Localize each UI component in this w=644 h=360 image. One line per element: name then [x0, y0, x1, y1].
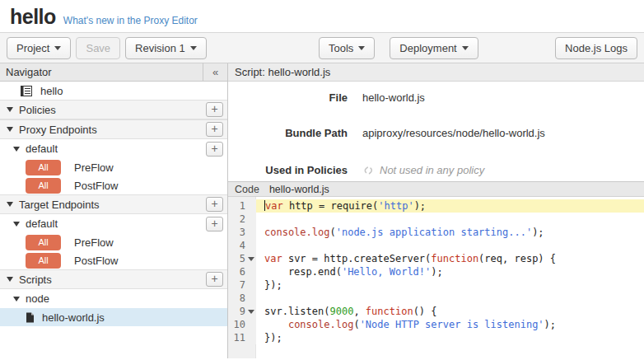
nav-row-node[interactable]: node [0, 289, 227, 308]
navigator-title: Navigator [0, 66, 203, 78]
line-number: 2 [228, 213, 256, 226]
script-detail-area: File hello-world.js Bundle Path apiproxy… [228, 82, 644, 181]
nav-row-default[interactable]: default+ [0, 139, 227, 158]
nav-row-label: Proxy Endpoints [19, 124, 97, 136]
collapse-sidebar-button[interactable]: « [203, 63, 227, 82]
nodejs-logs-button[interactable]: Node.js Logs [555, 37, 637, 59]
nav-row-postflow[interactable]: AllPostFlow [0, 251, 227, 269]
nav-row-label: Target Endpoints [19, 199, 100, 211]
nav-row-proxy-endpoints[interactable]: Proxy Endpoints+ [0, 119, 227, 139]
line-number: 4 [228, 239, 256, 252]
add-button[interactable]: + [206, 272, 223, 287]
line-number: 3 [228, 226, 256, 239]
chevron-down-icon [462, 46, 469, 50]
code-line-6[interactable]: 6 resp.end('Hello, World!'); [228, 265, 644, 278]
nav-row-postflow[interactable]: AllPostFlow [0, 176, 227, 194]
code-text: var http = require('http'); [256, 199, 644, 213]
code-line-3[interactable]: 3console.log('node.js application starti… [228, 226, 644, 239]
code-token: 'Node HTTP server is listening' [360, 319, 544, 330]
nav-row-hello-world-js[interactable]: hello-world.js [0, 308, 227, 326]
fold-caret-icon[interactable] [248, 310, 254, 314]
caret-down-icon[interactable] [7, 127, 13, 132]
code-line-2[interactable]: 2 [228, 213, 644, 226]
used-in-policies-text: Not used in any policy [380, 164, 484, 176]
caret-down-icon[interactable] [13, 297, 20, 302]
line-number: 10 [228, 318, 256, 331]
code-token: 'Hello, World!' [342, 266, 431, 278]
code-panel-label: Code [228, 184, 259, 195]
nav-row-policies[interactable]: Policies+ [0, 100, 227, 119]
bundle-path-field-row: Bundle Path apiproxy/resources/node/hell… [228, 127, 644, 139]
add-button[interactable]: + [206, 197, 223, 212]
save-button-label: Save [86, 42, 110, 54]
toolbar-left-group: Project Save Revision 1 [7, 33, 207, 59]
fold-caret-icon[interactable] [248, 257, 254, 261]
code-token: }); [264, 332, 282, 344]
file-icon [26, 312, 35, 323]
toolbar-middle-group: Tools Deployment [319, 33, 478, 59]
line-number: 7 [228, 278, 256, 292]
code-text: }); [256, 331, 644, 344]
nav-row-default[interactable]: default+ [0, 214, 227, 233]
code-token: (req, resp) { [478, 253, 556, 264]
code-line-10[interactable]: 10 console.log('Node HTTP server is list… [228, 318, 644, 331]
deployment-menu-button[interactable]: Deployment [390, 37, 478, 59]
code-line-11[interactable]: 11}); [228, 331, 644, 344]
code-token [264, 319, 288, 330]
code-line-1[interactable]: 1var http = require('http'); [228, 199, 644, 213]
code-line-4[interactable]: 4 [228, 239, 644, 252]
revision-menu-label: Revision 1 [135, 42, 185, 54]
script-panel-title: Script: hello-world.js [235, 66, 330, 78]
save-button[interactable]: Save [76, 37, 120, 59]
caret-down-icon[interactable] [13, 147, 20, 152]
code-token: svr = http.createServer( [282, 253, 432, 264]
toolbar-right-group: Node.js Logs [555, 33, 637, 59]
nav-row-label: Policies [19, 104, 56, 116]
caret-down-icon[interactable] [7, 107, 13, 112]
whats-new-link[interactable]: What's new in the Proxy Editor [63, 15, 198, 26]
code-text [256, 239, 644, 252]
file-field-value: hello-world.js [362, 91, 425, 104]
code-editor[interactable]: 1var http = require('http');23console.lo… [228, 197, 644, 358]
caret-down-icon[interactable] [7, 277, 13, 282]
nav-row-label: PreFlow [74, 236, 114, 249]
code-token: () { [413, 306, 437, 317]
revision-menu-button[interactable]: Revision 1 [125, 37, 207, 59]
code-token: console.log [264, 227, 329, 238]
nav-row-scripts[interactable]: Scripts+ [0, 269, 227, 289]
code-token: var [265, 200, 283, 212]
tools-menu-label: Tools [329, 42, 353, 54]
code-token: console.log [288, 319, 353, 330]
nav-row-preflow[interactable]: AllPreFlow [0, 233, 227, 251]
nav-row-label: PreFlow [74, 161, 114, 174]
broken-link-icon [362, 165, 375, 176]
chevron-down-icon [54, 46, 61, 50]
add-button[interactable]: + [206, 122, 223, 137]
add-button[interactable]: + [206, 102, 223, 117]
code-token: ); [431, 266, 442, 278]
code-text: console.log('node.js application startin… [256, 226, 644, 239]
nav-row-label: node [26, 292, 49, 305]
used-in-policies-label: Used in Policies [228, 164, 348, 176]
nav-row-label: PostFlow [74, 255, 118, 267]
nav-row-label: PostFlow [74, 180, 118, 192]
add-button[interactable]: + [206, 217, 223, 231]
code-token: var [264, 253, 282, 264]
nav-row-preflow[interactable]: AllPreFlow [0, 158, 227, 176]
tools-menu-button[interactable]: Tools [319, 37, 375, 59]
code-line-5[interactable]: 5var svr = http.createServer(function(re… [228, 252, 644, 265]
used-in-policies-value: Not used in any policy [362, 164, 484, 176]
add-button[interactable]: + [206, 142, 223, 157]
code-line-8[interactable]: 8 [228, 292, 644, 305]
code-line-9[interactable]: 9svr.listen(9000, function() { [228, 305, 644, 318]
code-line-7[interactable]: 7}); [228, 278, 644, 292]
toolbar: Project Save Revision 1 Tools Deployment… [0, 32, 644, 63]
nav-row-target-endpoints[interactable]: Target Endpoints+ [0, 194, 227, 214]
caret-down-icon[interactable] [13, 222, 20, 227]
caret-down-icon[interactable] [7, 202, 13, 207]
nav-row-hello[interactable]: hello [0, 82, 227, 100]
project-menu-button[interactable]: Project [7, 37, 71, 59]
code-token: resp.end( [264, 266, 342, 278]
code-token: ( [353, 319, 359, 330]
code-token: 'node.js application starting...' [336, 227, 532, 238]
